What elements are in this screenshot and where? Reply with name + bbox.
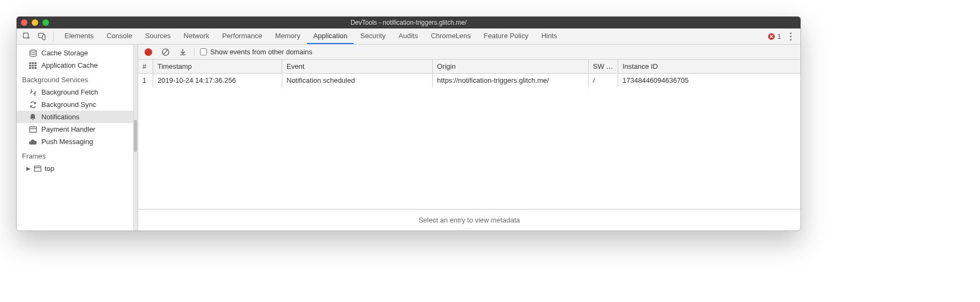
expand-icon[interactable]: ▶	[26, 166, 31, 171]
save-icon[interactable]	[177, 46, 189, 58]
record-button[interactable]	[142, 46, 154, 58]
svg-point-7	[30, 50, 36, 52]
tab-feature-policy[interactable]: Feature Policy	[477, 28, 535, 44]
svg-point-6	[790, 39, 791, 40]
sidebar-item-label: Application Cache	[41, 61, 98, 69]
tab-performance[interactable]: Performance	[216, 28, 268, 44]
cell-num: 1	[138, 74, 153, 87]
device-toggle-icon[interactable]	[35, 30, 49, 44]
frame-icon	[34, 166, 41, 172]
sidebar-item-cache-storage[interactable]: Cache Storage	[17, 47, 138, 59]
svg-rect-11	[29, 64, 31, 66]
svg-rect-0	[24, 33, 28, 38]
sidebar-item-background-sync[interactable]: Background Sync	[17, 98, 138, 111]
sidebar-item-push-messaging[interactable]: Push Messaging	[17, 135, 138, 148]
svg-rect-19	[34, 166, 41, 171]
checkbox-input[interactable]	[200, 48, 207, 55]
clear-icon[interactable]	[160, 46, 171, 58]
svg-rect-9	[32, 62, 34, 64]
metadata-hint: Select an entry to view metadata	[138, 210, 800, 231]
sidebar-item-label: Cache Storage	[41, 49, 88, 57]
tab-elements[interactable]: Elements	[58, 28, 100, 44]
card-icon	[28, 126, 37, 133]
sidebar-item-label: Notifications	[41, 113, 80, 121]
cell-ts: 2019-10-24 14:17:36.256	[153, 74, 282, 87]
th-timestamp[interactable]: Timestamp	[153, 60, 282, 73]
svg-rect-13	[34, 64, 37, 66]
sidebar-item-background-fetch[interactable]: Background Fetch	[17, 86, 138, 98]
error-count: 1	[777, 32, 781, 40]
divider	[194, 48, 195, 56]
cell-id: 17348446094636705	[618, 74, 800, 87]
bell-icon	[28, 113, 37, 121]
sidebar-group-background: Background Services	[17, 71, 138, 86]
th-num[interactable]: #	[138, 60, 153, 73]
main-panel: Show events from other domains # Timesta…	[138, 45, 800, 231]
tab-security[interactable]: Security	[354, 28, 392, 44]
show-other-domains-checkbox[interactable]: Show events from other domains	[200, 48, 312, 56]
frame-label: top	[45, 164, 54, 172]
svg-rect-10	[34, 62, 37, 64]
toolbar: Show events from other domains	[138, 45, 800, 60]
th-event[interactable]: Event	[282, 60, 433, 73]
tab-network[interactable]: Network	[177, 28, 216, 44]
sidebar: Cache StorageApplication Cache Backgroun…	[17, 45, 138, 231]
svg-line-22	[163, 50, 168, 54]
svg-point-4	[790, 32, 791, 34]
sync-icon	[28, 101, 37, 109]
grid-icon	[28, 62, 37, 69]
devtools-tabbar: ElementsConsoleSourcesNetworkPerformance…	[17, 28, 800, 45]
cloud-icon	[28, 139, 37, 145]
sidebar-item-application-cache[interactable]: Application Cache	[17, 59, 138, 71]
frame-top[interactable]: ▶ top	[17, 162, 138, 175]
cell-ev: Notification scheduled	[282, 74, 433, 87]
checkbox-label: Show events from other domains	[210, 48, 312, 56]
cell-or: https://notification-triggers.glitch.me/	[433, 74, 589, 87]
sidebar-group-frames: Frames	[17, 148, 138, 162]
divider	[53, 32, 54, 41]
svg-rect-2	[42, 35, 45, 40]
sidebar-item-payment-handler[interactable]: Payment Handler	[17, 123, 138, 135]
th-sw[interactable]: SW …	[589, 60, 618, 73]
more-menu-icon[interactable]	[784, 30, 797, 43]
events-table: # Timestamp Event Origin SW … Instance I…	[138, 60, 800, 231]
database-icon	[28, 49, 37, 57]
th-instanceid[interactable]: Instance ID	[618, 60, 800, 73]
table-header: # Timestamp Event Origin SW … Instance I…	[138, 60, 800, 74]
sidebar-item-notifications[interactable]: Notifications	[17, 111, 138, 123]
svg-point-5	[790, 35, 791, 37]
svg-rect-14	[29, 67, 31, 69]
devtools-window: DevTools - notification-triggers.glitch.…	[16, 16, 801, 231]
sidebar-item-label: Payment Handler	[41, 125, 95, 133]
tab-chromelens[interactable]: ChromeLens	[424, 28, 477, 44]
svg-rect-12	[32, 64, 34, 66]
sidebar-item-label: Push Messaging	[41, 138, 93, 146]
tab-sources[interactable]: Sources	[139, 28, 177, 44]
error-badge[interactable]: 1	[768, 32, 781, 40]
table-row[interactable]: 12019-10-24 14:17:36.256Notification sch…	[138, 74, 800, 87]
svg-rect-8	[29, 62, 31, 64]
titlebar: DevTools - notification-triggers.glitch.…	[17, 17, 800, 28]
svg-rect-17	[30, 127, 37, 132]
bgfetch-icon	[28, 89, 37, 96]
tab-memory[interactable]: Memory	[269, 28, 307, 44]
window-title: DevTools - notification-triggers.glitch.…	[17, 19, 800, 26]
tab-audits[interactable]: Audits	[392, 28, 424, 44]
cell-sw: /	[589, 74, 618, 87]
tab-hints[interactable]: Hints	[535, 28, 564, 44]
svg-rect-15	[32, 67, 34, 69]
sidebar-item-label: Background Sync	[41, 100, 96, 109]
inspect-element-icon[interactable]	[20, 30, 34, 44]
tab-console[interactable]: Console	[100, 28, 139, 44]
svg-rect-16	[34, 67, 37, 69]
sidebar-scrollbar[interactable]	[133, 45, 138, 231]
th-origin[interactable]: Origin	[433, 60, 589, 73]
tab-application[interactable]: Application	[307, 28, 354, 44]
sidebar-item-label: Background Fetch	[41, 88, 98, 96]
